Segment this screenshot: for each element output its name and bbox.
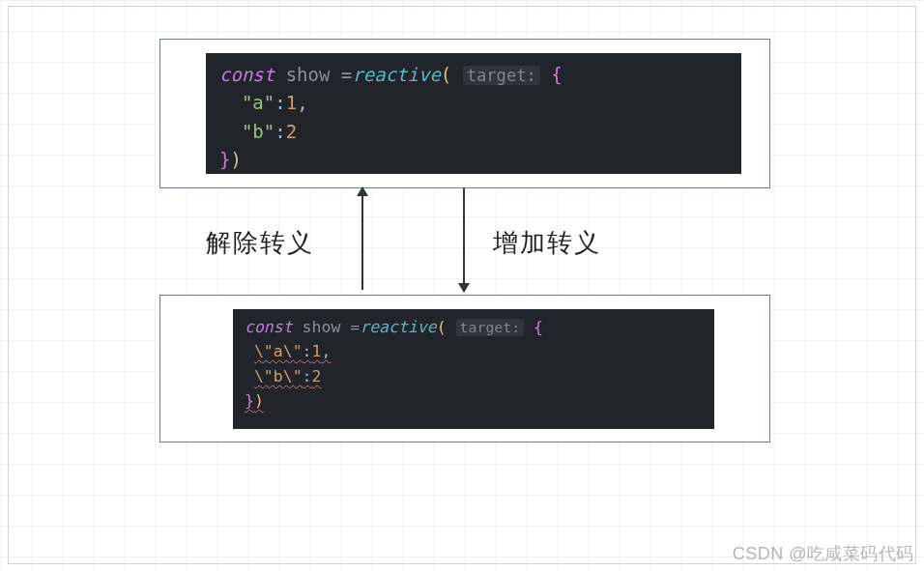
comma: , (321, 342, 331, 360)
arrow-unescape-head (357, 186, 368, 196)
colon: : (274, 121, 285, 142)
obj-val-b: 2 (286, 121, 297, 142)
comma: , (297, 92, 307, 113)
arrow-escape-head (458, 283, 470, 293)
code-box-bottom: const show =reactive( target: { \"a\":1,… (159, 295, 770, 443)
code-box-top: const show =reactive( target: { "a":1, "… (159, 39, 770, 188)
arrow-escape-line (463, 188, 465, 284)
brace-open: { (551, 64, 562, 85)
obj-val-a: 1 (312, 342, 322, 360)
fn-name: reactive (360, 318, 436, 336)
op-eq: = (330, 64, 352, 85)
code-editor-bottom: const show =reactive( target: { \"a\":1,… (233, 309, 714, 429)
obj-key-b: "b" (242, 121, 274, 142)
watermark: CSDN @吃咸菜码代码 (733, 542, 914, 565)
variable: show (303, 318, 341, 336)
keyword: const (219, 64, 274, 85)
label-unescape: 解除转义 (206, 226, 314, 260)
arrow-unescape-line (361, 195, 363, 290)
diagram-frame: const show =reactive( target: { "a":1, "… (8, 6, 916, 564)
label-escape: 增加转义 (493, 226, 601, 260)
paren-close: ) (230, 149, 241, 170)
brace-close: } (219, 149, 230, 170)
colon: : (274, 92, 285, 113)
code-editor-top: const show =reactive( target: { "a":1, "… (206, 53, 741, 174)
brace-open: { (534, 318, 543, 336)
colon: : (303, 342, 312, 360)
param-hint: target: (456, 319, 525, 336)
brace-close: } (245, 391, 254, 410)
obj-key-b: \"b\" (254, 367, 303, 385)
keyword: const (245, 318, 293, 336)
param-hint: target: (463, 66, 540, 85)
obj-val-a: 1 (286, 92, 297, 113)
fn-name: reactive (352, 64, 441, 85)
variable: show (286, 64, 331, 85)
obj-val-b: 2 (312, 367, 322, 385)
colon: : (303, 367, 312, 385)
op-eq: = (340, 318, 360, 336)
paren-open: ( (437, 318, 447, 336)
obj-key-a: "a" (242, 92, 274, 113)
obj-key-a: \"a\" (254, 342, 303, 360)
paren-open: ( (441, 64, 451, 85)
paren-close: ) (254, 391, 264, 410)
